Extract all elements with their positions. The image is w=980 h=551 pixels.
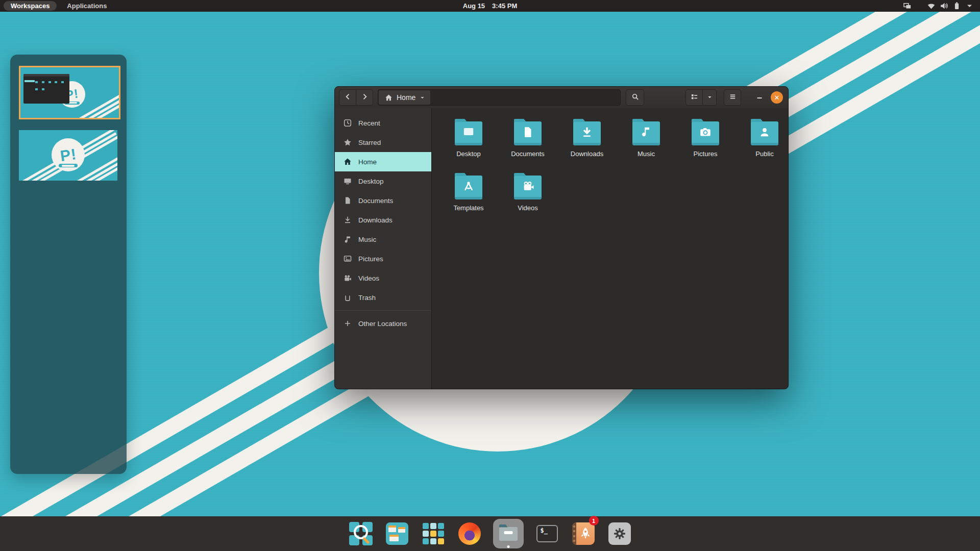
chevron-down-icon[interactable]: [965, 2, 974, 10]
workspace-thumbnail-2[interactable]: P!: [19, 130, 117, 181]
path-label: Home: [397, 93, 415, 102]
sidebar-item-label: Pictures: [358, 255, 383, 263]
folder-icon: [514, 176, 542, 199]
volume-icon[interactable]: [940, 2, 948, 10]
folder-label: Downloads: [571, 150, 603, 158]
menu-button[interactable]: [724, 89, 741, 106]
battery-icon[interactable]: [952, 2, 961, 10]
pop-shop-icon: [572, 522, 595, 545]
settings-icon: [608, 522, 631, 545]
sidebar-item-other-locations[interactable]: Other Locations: [335, 314, 431, 333]
chevron-down-icon[interactable]: [420, 95, 425, 101]
screen-glyph-icon: [461, 126, 476, 139]
folder-label: Public: [755, 150, 773, 158]
dock-item-firefox[interactable]: [457, 519, 482, 548]
running-indicator-dot: [507, 545, 509, 548]
folder-public[interactable]: Public: [735, 116, 788, 170]
sidebar-item-desktop[interactable]: Desktop: [335, 171, 431, 191]
sidebar-item-starred[interactable]: Starred: [335, 133, 431, 152]
desktop-icon: [344, 177, 352, 185]
dock-item-settings[interactable]: [607, 519, 632, 548]
sidebar-item-videos[interactable]: Videos: [335, 268, 431, 288]
dock-item-files[interactable]: [493, 519, 524, 548]
folder-grid: DesktopDocumentsDownloadsMusicPicturesPu…: [439, 116, 788, 224]
path-segment-home[interactable]: Home: [379, 90, 430, 105]
home-icon: [385, 94, 393, 102]
sidebar-item-music[interactable]: Music: [335, 230, 431, 249]
headerbar[interactable]: Home – ✕: [335, 87, 788, 109]
clock-time: 3:45 PM: [492, 2, 517, 10]
videos-icon: [344, 274, 352, 282]
camera-glyph-icon: [698, 126, 713, 139]
folder-icon: [751, 121, 778, 145]
top-panel: Workspaces Applications Aug 15 3:45 PM: [0, 0, 980, 12]
search-button[interactable]: [626, 89, 644, 106]
view-mode-button[interactable]: [685, 89, 703, 106]
wifi-icon[interactable]: [927, 2, 936, 10]
pictures-icon: [344, 255, 352, 263]
sidebar-item-label: Recent: [358, 119, 380, 127]
system-tray[interactable]: [903, 0, 974, 12]
sidebar-separator: [335, 310, 431, 311]
notification-badge: 1: [589, 516, 599, 525]
sidebar-item-label: Music: [358, 236, 376, 243]
trash-icon: [344, 293, 352, 302]
dock: $_1: [0, 516, 980, 551]
dock-item-applications-grid[interactable]: [421, 519, 446, 548]
content-area[interactable]: DesktopDocumentsDownloadsMusicPicturesPu…: [432, 108, 788, 389]
folder-label: Desktop: [456, 150, 481, 158]
chevron-down-icon: [707, 93, 713, 102]
person-glyph-icon: [757, 126, 772, 139]
sidebar-item-label: Trash: [358, 294, 376, 302]
magnifier-icon: [354, 525, 368, 539]
sidebar-item-home[interactable]: Home: [335, 152, 431, 171]
folder-icon: [455, 176, 482, 199]
view-options-dropdown[interactable]: [702, 89, 717, 106]
sidebar-item-recent[interactable]: Recent: [335, 113, 431, 133]
back-button[interactable]: [339, 89, 356, 106]
folder-label: Videos: [518, 204, 538, 212]
sidebar-item-trash[interactable]: Trash: [335, 288, 431, 307]
downloads-icon: [344, 216, 352, 224]
desktop: Workspaces Applications Aug 15 3:45 PM P…: [0, 0, 980, 551]
music-glyph-icon: [639, 126, 653, 139]
applications-menu-button[interactable]: Applications: [67, 2, 107, 10]
folder-videos[interactable]: Videos: [498, 170, 557, 224]
folder-label: Documents: [511, 150, 545, 158]
terminal-prompt-text: $_: [541, 527, 548, 534]
sidebar-item-label: Downloads: [358, 216, 393, 224]
folder-icon: [632, 121, 660, 145]
mini-file-manager-window: [23, 74, 70, 104]
sidebar-item-downloads[interactable]: Downloads: [335, 210, 431, 230]
workspaces-menu-button[interactable]: Workspaces: [4, 1, 57, 11]
sidebar-item-label: Videos: [358, 274, 379, 282]
folder-pictures[interactable]: Pictures: [676, 116, 735, 170]
clock-button[interactable]: Aug 15 3:45 PM: [463, 2, 517, 10]
pop-logo: P!: [52, 138, 85, 171]
sidebar-item-documents[interactable]: Documents: [335, 191, 431, 210]
dock-item-terminal[interactable]: $_: [534, 519, 560, 548]
path-bar[interactable]: Home: [378, 89, 621, 106]
dock-item-pop-launcher[interactable]: [348, 519, 374, 548]
folder-downloads[interactable]: Downloads: [557, 116, 617, 170]
terminal-icon: $_: [536, 525, 558, 542]
sidebar-item-label: Documents: [358, 197, 393, 205]
chevron-right-icon: [361, 93, 369, 103]
folder-documents[interactable]: Documents: [498, 116, 557, 170]
minimize-button[interactable]: –: [752, 91, 767, 104]
file-manager-window: Home – ✕ RecentStarredHomeDesktopDocumen…: [334, 86, 789, 389]
dock-item-workspaces-overview[interactable]: [384, 519, 410, 548]
sidebar-item-pictures[interactable]: Pictures: [335, 249, 431, 268]
folder-desktop[interactable]: Desktop: [439, 116, 498, 170]
displays-icon[interactable]: [903, 2, 912, 10]
chevron-left-icon: [344, 93, 352, 103]
workspace-thumbnail-1[interactable]: P!: [19, 66, 120, 119]
files-icon: [499, 527, 518, 541]
folder-templates[interactable]: Templates: [439, 170, 498, 224]
folder-label: Templates: [453, 204, 483, 212]
folder-icon: [514, 121, 542, 145]
folder-music[interactable]: Music: [617, 116, 676, 170]
close-button[interactable]: ✕: [771, 91, 783, 104]
dock-item-pop-shop[interactable]: 1: [571, 519, 596, 548]
forward-button[interactable]: [356, 89, 373, 106]
